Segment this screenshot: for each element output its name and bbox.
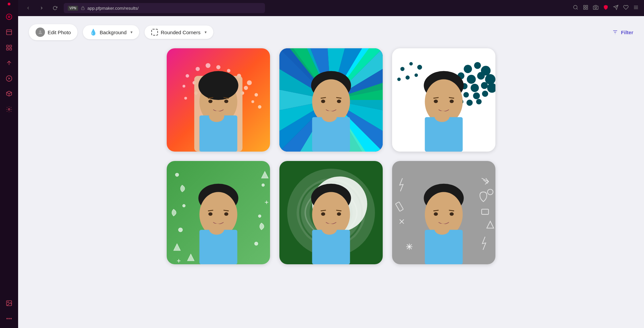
svg-rect-177 bbox=[425, 230, 463, 264]
svg-point-160 bbox=[337, 212, 341, 216]
svg-point-105 bbox=[471, 84, 479, 92]
svg-point-9 bbox=[8, 109, 10, 110]
svg-point-115 bbox=[409, 62, 413, 65]
result-card-1[interactable] bbox=[167, 48, 270, 152]
svg-point-94 bbox=[337, 100, 341, 103]
svg-point-126 bbox=[449, 100, 453, 103]
svg-point-28 bbox=[39, 31, 41, 32]
rounded-corners-label: Rounded Corners bbox=[161, 30, 200, 35]
url-text: app.pfpmaker.com/results/ bbox=[88, 6, 139, 11]
svg-point-93 bbox=[321, 100, 325, 103]
result-card-3[interactable] bbox=[392, 48, 495, 152]
svg-rect-5 bbox=[7, 48, 9, 50]
edit-photo-label: Edit Photo bbox=[48, 30, 71, 35]
background-label: Background bbox=[100, 30, 126, 35]
svg-point-13 bbox=[9, 318, 10, 319]
sidebar-item-gallery[interactable] bbox=[2, 296, 16, 310]
svg-point-35 bbox=[206, 63, 210, 68]
rounded-corners-button[interactable]: Rounded Corners ▾ bbox=[145, 25, 213, 39]
svg-rect-21 bbox=[584, 8, 585, 9]
svg-rect-6 bbox=[10, 48, 12, 50]
svg-rect-144 bbox=[200, 230, 237, 264]
svg-point-12 bbox=[7, 318, 8, 319]
browser-camera-icon[interactable] bbox=[593, 5, 598, 11]
content-area: Edit Photo 💧 Background ▾ Rounded Corner… bbox=[18, 16, 644, 328]
svg-point-16 bbox=[574, 5, 577, 9]
browser-chrome: VPN app.pfpmaker.com/results/ bbox=[18, 0, 644, 16]
svg-point-101 bbox=[467, 75, 476, 84]
svg-point-133 bbox=[182, 204, 185, 207]
lock-icon bbox=[81, 6, 85, 10]
background-button[interactable]: 💧 Background ▾ bbox=[83, 25, 139, 39]
reload-button[interactable] bbox=[50, 3, 60, 13]
svg-point-1 bbox=[8, 16, 10, 18]
svg-point-108 bbox=[464, 92, 469, 97]
filter-button[interactable]: Filter bbox=[612, 29, 633, 35]
svg-rect-4 bbox=[10, 45, 12, 47]
svg-point-159 bbox=[321, 212, 325, 216]
svg-point-48 bbox=[184, 97, 187, 100]
svg-point-34 bbox=[196, 67, 200, 71]
svg-point-134 bbox=[258, 215, 261, 217]
browser-shield-icon[interactable] bbox=[603, 5, 608, 11]
svg-point-97 bbox=[464, 65, 472, 73]
svg-point-114 bbox=[400, 67, 405, 71]
results-grid bbox=[167, 48, 495, 264]
result-card-5[interactable] bbox=[279, 161, 383, 264]
svg-rect-90 bbox=[312, 117, 350, 152]
svg-point-117 bbox=[397, 77, 400, 81]
svg-point-102 bbox=[477, 72, 485, 80]
svg-point-52 bbox=[258, 105, 261, 108]
svg-point-127 bbox=[434, 111, 449, 122]
svg-point-40 bbox=[182, 85, 185, 88]
svg-point-106 bbox=[481, 82, 488, 89]
sidebar-item-box[interactable] bbox=[2, 87, 16, 101]
sidebar-item-home[interactable] bbox=[2, 10, 16, 23]
sidebar-item-shopping[interactable] bbox=[2, 25, 16, 39]
sidebar-item-camera-frame[interactable] bbox=[2, 41, 16, 54]
svg-point-119 bbox=[415, 73, 418, 77]
rounded-corners-icon bbox=[151, 29, 158, 36]
svg-rect-19 bbox=[586, 5, 588, 7]
svg-rect-3 bbox=[7, 45, 9, 47]
svg-point-118 bbox=[406, 75, 410, 79]
address-bar[interactable]: VPN app.pfpmaker.com/results/ bbox=[64, 3, 265, 13]
result-card-6[interactable] bbox=[392, 161, 495, 264]
browser-menu-icon[interactable] bbox=[633, 5, 639, 11]
svg-point-61 bbox=[209, 111, 224, 122]
svg-point-112 bbox=[467, 100, 473, 106]
browser-heart-icon[interactable] bbox=[623, 5, 629, 11]
svg-point-132 bbox=[255, 242, 258, 245]
svg-rect-18 bbox=[584, 5, 585, 7]
result-card-2[interactable] bbox=[279, 48, 383, 152]
browser-extension-icon[interactable] bbox=[583, 5, 588, 11]
sidebar-item-more[interactable] bbox=[2, 312, 16, 325]
rounded-corners-chevron-icon: ▾ bbox=[205, 30, 207, 35]
back-button[interactable] bbox=[23, 3, 33, 13]
svg-point-36 bbox=[216, 65, 220, 69]
edit-photo-avatar bbox=[36, 28, 45, 37]
result-card-4[interactable] bbox=[167, 161, 270, 264]
svg-point-130 bbox=[262, 184, 264, 186]
browser-search-icon[interactable] bbox=[573, 5, 578, 11]
browser-send-icon[interactable] bbox=[613, 5, 619, 11]
svg-rect-15 bbox=[81, 8, 84, 10]
svg-rect-122 bbox=[425, 117, 463, 152]
svg-point-60 bbox=[224, 100, 228, 103]
sidebar-item-navigation[interactable] bbox=[2, 56, 16, 70]
edit-photo-button[interactable]: Edit Photo bbox=[29, 24, 77, 40]
forward-button[interactable] bbox=[37, 3, 46, 13]
background-chevron-icon: ▾ bbox=[130, 30, 132, 35]
sidebar bbox=[0, 0, 18, 328]
svg-point-39 bbox=[247, 80, 252, 85]
browser-actions bbox=[573, 5, 639, 11]
sidebar-item-play[interactable] bbox=[2, 72, 16, 85]
toolbar: Edit Photo 💧 Background ▾ Rounded Corner… bbox=[29, 24, 633, 40]
sidebar-top-indicator bbox=[8, 3, 10, 5]
svg-point-46 bbox=[244, 86, 248, 90]
main-area: VPN app.pfpmaker.com/results/ bbox=[18, 0, 644, 328]
svg-point-51 bbox=[252, 100, 254, 103]
svg-point-56 bbox=[198, 71, 238, 100]
svg-point-125 bbox=[434, 100, 438, 103]
sidebar-item-settings[interactable] bbox=[2, 103, 16, 116]
